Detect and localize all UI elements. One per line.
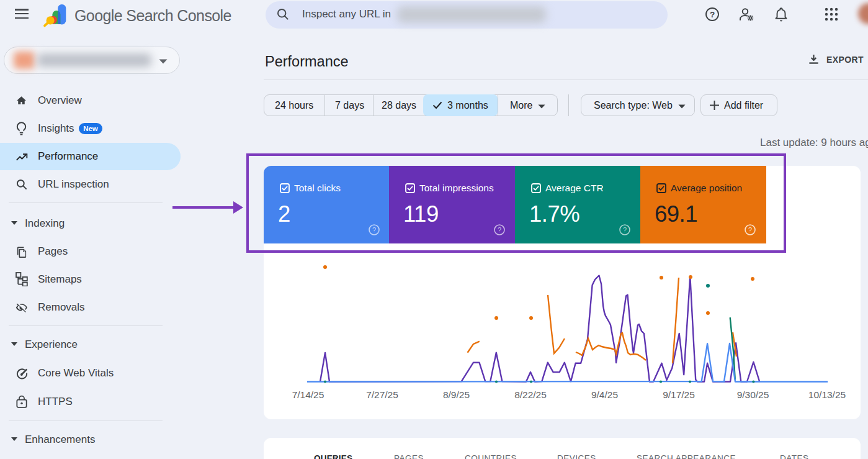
svg-text:?: ?: [710, 10, 715, 19]
svg-text:9/4/25: 9/4/25: [591, 389, 618, 400]
svg-text:9/17/25: 9/17/25: [663, 389, 695, 400]
svg-text:8/9/25: 8/9/25: [443, 389, 470, 400]
svg-text:7/27/25: 7/27/25: [366, 389, 398, 400]
svg-text:7/14/25: 7/14/25: [292, 389, 324, 400]
svg-text:8/22/25: 8/22/25: [514, 389, 547, 400]
svg-text:9/30/25: 9/30/25: [737, 389, 769, 400]
svg-text:10/13/25: 10/13/25: [808, 389, 846, 400]
